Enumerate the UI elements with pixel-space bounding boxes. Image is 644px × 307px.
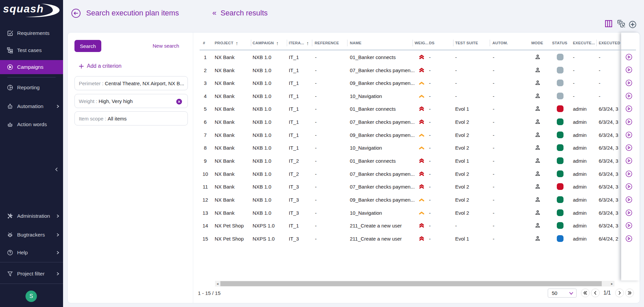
svg-text:squash: squash — [3, 3, 44, 15]
